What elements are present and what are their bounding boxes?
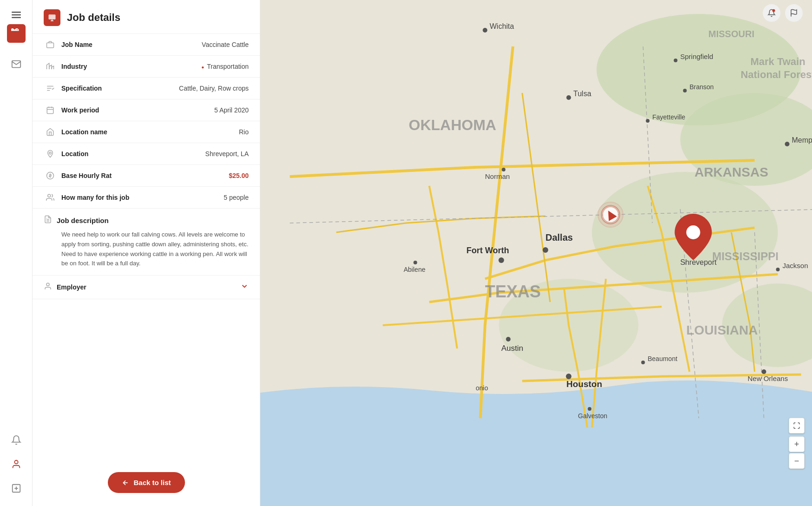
desc-icon <box>44 215 52 225</box>
zoom-controls: + − <box>789 418 805 469</box>
svg-text:New Orleans: New Orleans <box>748 375 788 382</box>
map-area[interactable]: OKLAHOMA TEXAS ARKANSAS MISSISSIPPI LOUI… <box>260 0 812 506</box>
sidebar-mail-icon[interactable] <box>7 55 26 73</box>
job-name-row: Job Name Vaccinate Cattle <box>33 34 260 56</box>
svg-point-68 <box>506 337 511 342</box>
how-many-label: How many for this job <box>61 194 131 201</box>
sidebar-add-icon[interactable] <box>7 479 26 498</box>
svg-text:Norman: Norman <box>485 172 510 180</box>
main-content: Job details Job Name Vaccinate Cattle <box>33 0 812 506</box>
work-period-label: Work period <box>61 106 131 114</box>
location-name-row: Location name Rio <box>33 121 260 143</box>
svg-text:Shreveport: Shreveport <box>680 258 717 266</box>
location-value: Shreveport, LA <box>205 150 249 158</box>
svg-text:Abilene: Abilene <box>404 266 426 273</box>
zoom-out-button[interactable]: − <box>789 453 805 469</box>
specification-row: Specification Cattle, Dairy, Row crops <box>33 78 260 99</box>
back-btn-label: Back to list <box>133 479 171 486</box>
employer-label: Employer <box>57 283 86 291</box>
topbar <box>753 0 812 26</box>
svg-point-70 <box>566 374 572 379</box>
briefcase-icon <box>44 40 57 49</box>
job-description-section: Job description We need help to work our… <box>33 209 260 276</box>
location-label: Location <box>61 150 131 158</box>
svg-rect-12 <box>47 43 54 48</box>
svg-text:Springfield: Springfield <box>680 53 713 60</box>
svg-point-60 <box>543 247 548 253</box>
industry-icon <box>44 62 57 71</box>
work-period-row: Work period 5 April 2020 <box>33 99 260 121</box>
svg-point-83 <box>687 225 700 239</box>
sidebar-logo[interactable] <box>7 24 26 43</box>
notification-button[interactable] <box>763 4 780 22</box>
industry-value: Transportation <box>201 63 249 70</box>
svg-rect-9 <box>49 14 56 20</box>
sidebar <box>0 0 33 506</box>
svg-point-50 <box>567 95 571 100</box>
svg-point-23 <box>46 283 49 286</box>
employer-row[interactable]: Employer <box>33 276 260 299</box>
svg-point-20 <box>48 194 51 197</box>
chevron-down-icon <box>240 282 249 292</box>
svg-rect-0 <box>12 12 21 13</box>
sidebar-bottom <box>7 428 26 500</box>
location-row: Location Shreveport, LA <box>33 143 260 165</box>
calendar-icon <box>44 106 57 114</box>
desc-header: Job description <box>44 215 249 225</box>
job-name-value: Vaccinate Cattle <box>202 41 249 48</box>
sidebar-bell-icon[interactable] <box>7 431 26 449</box>
svg-point-18 <box>49 152 52 154</box>
industry-row: Industry Transportation <box>33 56 260 78</box>
hamburger-menu[interactable] <box>7 6 26 24</box>
svg-text:OKLAHOMA: OKLAHOMA <box>409 117 496 133</box>
svg-point-56 <box>502 168 506 171</box>
zoom-in-button[interactable]: + <box>789 436 805 452</box>
desc-text: We need help to work our fall calving co… <box>61 230 249 269</box>
svg-text:Beaumont: Beaumont <box>648 355 678 362</box>
employer-icon <box>44 282 52 292</box>
svg-text:TEXAS: TEXAS <box>485 282 541 301</box>
how-many-value: 5 people <box>224 194 249 201</box>
svg-rect-1 <box>12 14 21 16</box>
hourly-rate-label: Base Hourly Rat <box>61 172 131 179</box>
svg-text:onio: onio <box>476 384 489 392</box>
svg-text:Galveston: Galveston <box>578 412 607 420</box>
left-panel: Job details Job Name Vaccinate Cattle <box>33 0 260 506</box>
svg-text:MISSOURI: MISSOURI <box>708 29 754 39</box>
sidebar-user-icon[interactable] <box>7 455 26 473</box>
svg-text:LOUISIANA: LOUISIANA <box>687 323 758 337</box>
svg-point-62 <box>414 261 417 264</box>
svg-point-54 <box>785 142 790 146</box>
svg-text:Jackson: Jackson <box>783 262 808 269</box>
svg-text:Wichita: Wichita <box>490 22 515 30</box>
svg-text:Memphis: Memphis <box>792 136 812 144</box>
flag-button[interactable] <box>785 4 803 22</box>
svg-text:Branson: Branson <box>690 83 714 91</box>
svg-point-52 <box>646 119 650 123</box>
zoom-out-label: − <box>794 456 799 466</box>
desc-title: Job description <box>57 217 109 224</box>
back-to-list-button[interactable]: Back to list <box>107 472 185 493</box>
page-title: Job details <box>67 12 120 24</box>
fullscreen-button[interactable] <box>789 418 805 434</box>
page-header: Job details <box>33 0 260 34</box>
zoom-in-label: + <box>794 440 799 449</box>
svg-text:Austin: Austin <box>502 344 523 353</box>
svg-point-3 <box>14 460 18 464</box>
svg-text:Houston: Houston <box>567 379 602 389</box>
hourly-rate-row: Base Hourly Rat $25.00 <box>33 165 260 187</box>
svg-point-44 <box>483 28 488 33</box>
spec-label: Specification <box>61 85 131 92</box>
work-period-value: 5 April 2020 <box>214 106 249 114</box>
svg-text:National Forest: National Forest <box>740 69 812 80</box>
svg-point-76 <box>588 407 592 411</box>
svg-point-48 <box>683 89 687 92</box>
svg-text:MISSISSIPPI: MISSISSIPPI <box>712 250 779 263</box>
svg-point-74 <box>762 369 766 374</box>
svg-text:ARKANSAS: ARKANSAS <box>694 165 768 179</box>
job-name-label: Job Name <box>61 41 131 48</box>
svg-point-58 <box>499 257 504 263</box>
svg-point-7 <box>772 9 775 12</box>
pin-icon <box>44 150 57 158</box>
industry-label: Industry <box>61 63 131 70</box>
